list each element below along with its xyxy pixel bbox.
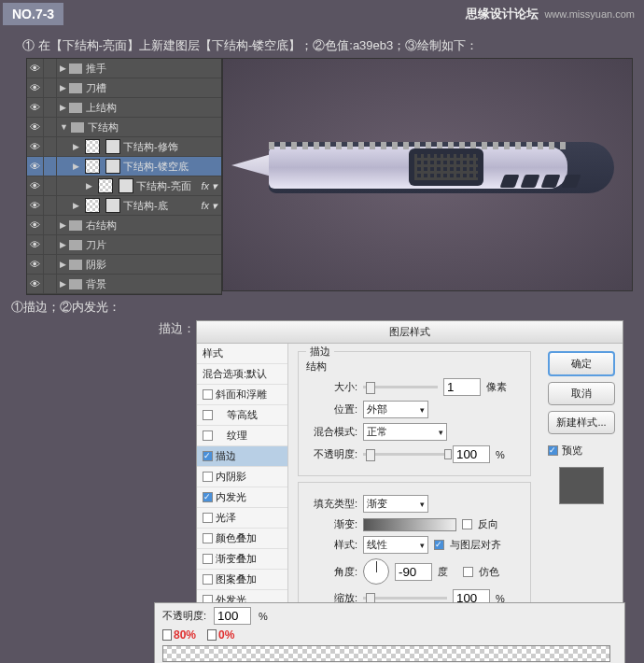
- size-slider[interactable]: [363, 386, 438, 388]
- layer-thumb: [98, 178, 113, 193]
- folder-icon: [71, 122, 84, 133]
- style-item[interactable]: 光泽: [197, 508, 287, 529]
- styles-list[interactable]: 样式混合选项:默认斜面和浮雕等高线纹理描边内阴影内发光光泽颜色叠加渐变叠加图案叠…: [197, 344, 288, 633]
- layer-name: 下结构: [88, 120, 119, 134]
- visibility-icon[interactable]: 👁: [27, 59, 44, 78]
- style-item[interactable]: 图案叠加: [197, 570, 287, 590]
- style-checkbox[interactable]: [203, 574, 213, 585]
- gradient-style-select[interactable]: 线性: [363, 536, 428, 554]
- layer-row[interactable]: 👁▶下结构-镂空底: [27, 157, 221, 176]
- visibility-icon[interactable]: 👁: [27, 216, 44, 234]
- style-checkbox[interactable]: [203, 513, 213, 523]
- size-input[interactable]: [443, 378, 481, 396]
- style-item[interactable]: 样式: [197, 344, 287, 364]
- layer-name: 推手: [86, 62, 106, 76]
- gradient-stop[interactable]: 0%: [207, 628, 234, 642]
- style-checkbox[interactable]: [203, 410, 213, 420]
- layer-row[interactable]: 👁▶下结构-亮面fx ▾: [27, 176, 221, 196]
- layer-name: 刀片: [86, 238, 106, 252]
- layer-style-dialog: 图层样式 样式混合选项:默认斜面和浮雕等高线纹理描边内阴影内发光光泽颜色叠加渐变…: [196, 320, 623, 634]
- new-style-button[interactable]: 新建样式...: [548, 411, 615, 434]
- strip-opacity-input[interactable]: [214, 607, 251, 625]
- preview-checkbox[interactable]: [548, 445, 558, 456]
- fill-type-select[interactable]: 渐变: [363, 495, 428, 513]
- stroke-label: 描边：: [159, 320, 195, 337]
- visibility-icon[interactable]: 👁: [27, 176, 44, 195]
- opacity-slider[interactable]: [363, 453, 447, 456]
- visibility-icon[interactable]: 👁: [27, 137, 44, 156]
- layer-row[interactable]: 👁▶下结构-修饰: [27, 137, 221, 157]
- style-item[interactable]: 混合选项:默认: [197, 364, 287, 385]
- style-checkbox[interactable]: [203, 430, 213, 441]
- layer-row[interactable]: 👁▶刀片: [27, 235, 221, 255]
- angle-dial[interactable]: [363, 558, 389, 585]
- layer-row[interactable]: 👁▶刀槽: [27, 78, 221, 98]
- style-checkbox[interactable]: [203, 389, 213, 400]
- gradient-bar[interactable]: [162, 645, 610, 662]
- layer-row[interactable]: 👁▶推手: [27, 59, 221, 78]
- gradient-picker[interactable]: [363, 518, 456, 531]
- folder-icon: [69, 240, 82, 250]
- stop-marker-icon: [162, 629, 172, 641]
- opacity-input[interactable]: [453, 445, 490, 463]
- layer-thumb: [85, 139, 100, 154]
- layer-row[interactable]: 👁▶右结构: [27, 216, 221, 235]
- ok-button[interactable]: 确定: [548, 351, 615, 376]
- style-item[interactable]: 内阴影: [197, 467, 287, 487]
- layer-row[interactable]: 👁▼下结构: [27, 118, 221, 137]
- style-item[interactable]: 内发光: [197, 487, 287, 508]
- layer-name: 阴影: [86, 258, 106, 272]
- visibility-icon[interactable]: 👁: [27, 196, 44, 215]
- layer-row[interactable]: 👁▶阴影: [27, 255, 221, 275]
- visibility-icon[interactable]: 👁: [27, 98, 44, 117]
- align-checkbox[interactable]: [434, 540, 444, 550]
- visibility-icon[interactable]: 👁: [27, 235, 44, 254]
- style-item[interactable]: 渐变叠加: [197, 549, 287, 570]
- style-item[interactable]: 纹理: [197, 426, 287, 446]
- mask-thumb: [105, 159, 120, 174]
- layer-row[interactable]: 👁▶上结构: [27, 98, 221, 118]
- layer-name: 右结构: [86, 219, 117, 233]
- gradient-stop[interactable]: 80%: [162, 628, 196, 642]
- style-item[interactable]: 等高线: [197, 405, 287, 426]
- instruction-1: ① 在【下结构-亮面】上新建图层【下结构-镂空底】；②色值:a39eb3；③绘制…: [22, 37, 478, 54]
- cancel-button[interactable]: 取消: [548, 382, 615, 405]
- fx-indicator[interactable]: fx ▾: [201, 180, 217, 192]
- position-select[interactable]: 外部: [363, 401, 428, 418]
- visibility-icon[interactable]: 👁: [27, 255, 44, 274]
- stroke-settings: 描边 结构 大小:像素 位置:外部 混合模式:正常 不透明度:% 填充类型:渐变…: [288, 344, 540, 633]
- layers-panel: 👁▶推手👁▶刀槽👁▶上结构👁▼下结构👁▶下结构-修饰👁▶下结构-镂空底👁▶下结构…: [26, 58, 222, 295]
- style-checkbox[interactable]: [203, 554, 213, 564]
- layer-name: 下结构-修饰: [123, 140, 178, 154]
- style-checkbox[interactable]: [203, 492, 213, 502]
- scale-slider[interactable]: [363, 597, 447, 600]
- visibility-icon[interactable]: 👁: [27, 118, 44, 136]
- fx-indicator[interactable]: fx ▾: [201, 200, 217, 212]
- style-item[interactable]: 颜色叠加: [197, 529, 287, 549]
- layer-row[interactable]: 👁▶下结构-底fx ▾: [27, 196, 221, 216]
- blend-mode-select[interactable]: 正常: [363, 423, 447, 441]
- style-checkbox[interactable]: [203, 451, 213, 461]
- visibility-icon[interactable]: 👁: [27, 157, 44, 176]
- style-item[interactable]: 描边: [197, 446, 287, 467]
- mask-thumb: [105, 139, 120, 154]
- folder-icon: [69, 83, 82, 93]
- layer-name: 背景: [86, 277, 106, 291]
- style-item[interactable]: 斜面和浮雕: [197, 385, 287, 405]
- style-checkbox[interactable]: [203, 533, 213, 543]
- folder-icon: [69, 103, 82, 113]
- step-badge: NO.7-3: [3, 3, 63, 25]
- reverse-checkbox[interactable]: [462, 519, 472, 529]
- canvas-preview: [222, 58, 633, 291]
- mask-thumb: [119, 178, 133, 193]
- folder-icon: [69, 279, 82, 289]
- style-checkbox[interactable]: [203, 472, 213, 482]
- visibility-icon[interactable]: 👁: [27, 78, 44, 97]
- layer-row[interactable]: 👁▶背景: [27, 275, 221, 294]
- visibility-icon[interactable]: 👁: [27, 275, 44, 293]
- angle-input[interactable]: [395, 563, 432, 581]
- dither-checkbox[interactable]: [463, 567, 473, 577]
- folder-icon: [69, 220, 82, 231]
- folder-icon: [69, 260, 82, 270]
- layer-name: 下结构-底: [123, 199, 168, 213]
